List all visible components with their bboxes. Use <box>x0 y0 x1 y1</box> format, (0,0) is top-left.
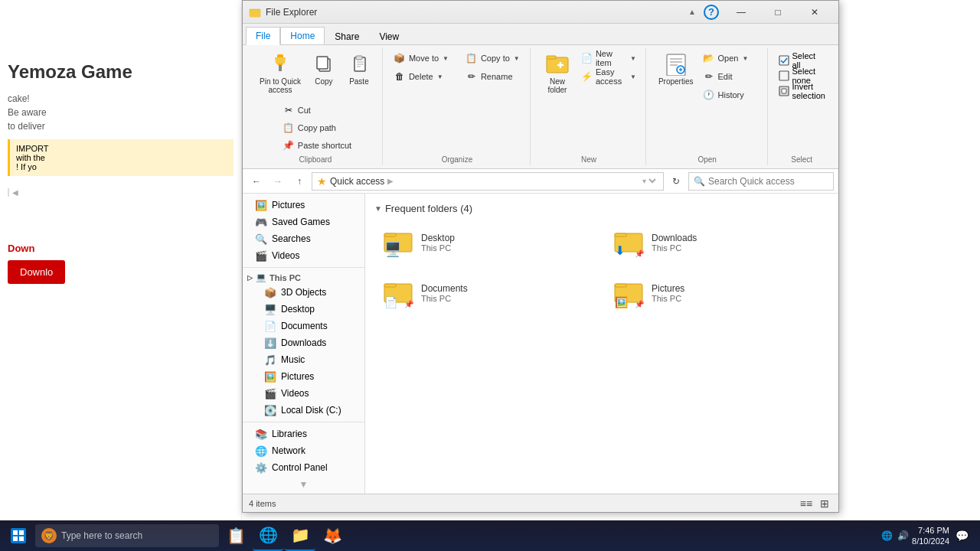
breadcrumb-bar[interactable]: ★ Quick access ▶ ▾ <box>312 172 664 191</box>
back-btn[interactable]: ← <box>247 172 266 191</box>
edit-icon: ✏ <box>703 70 715 83</box>
taskbar-firefox[interactable]: 🦊 <box>317 520 348 551</box>
explorer-addressbar: ← → ↑ ★ Quick access ▶ ▾ ↻ 🔍 <box>243 169 838 194</box>
copy-to-btn[interactable]: 📋 Copy to ▼ <box>462 50 524 67</box>
sidebar-item-control-panel[interactable]: ⚙️ Control Panel <box>243 459 364 476</box>
refresh-btn[interactable]: ↻ <box>667 172 685 191</box>
downloads-pin-icon: 📌 <box>635 249 644 258</box>
history-btn[interactable]: 🕐 History <box>700 86 761 103</box>
taskbar-clock[interactable]: 7:46 PM 8/10/2024 <box>912 525 949 547</box>
sidebar-label-saved-games: Saved Games <box>272 217 330 227</box>
paste-btn[interactable]: Paste <box>342 48 376 89</box>
copy-btn[interactable]: Copy <box>307 48 341 89</box>
ribbon-group-clipboard: Pin to Quickaccess Copy <box>249 48 383 165</box>
section-header[interactable]: ▼ Frequent folders (4) <box>374 200 829 220</box>
move-to-btn[interactable]: 📦 Move to ▼ <box>390 50 459 67</box>
taskbar: 🦁 Type here to search 📋 🌐 📁 🦊 🌐 🔊 7:46 P… <box>0 520 980 551</box>
ribbon-collapse-btn[interactable]: ▲ <box>685 5 699 19</box>
sidebar-item-videos-top[interactable]: 🎬 Videos <box>243 247 364 264</box>
taskbar-search[interactable]: 🦁 Type here to search <box>35 524 219 547</box>
sidebar-item-videos[interactable]: 🎬 Videos <box>243 385 364 402</box>
properties-btn[interactable]: Properties <box>654 48 698 89</box>
ribbon-tab-share[interactable]: Share <box>325 28 369 45</box>
sidebar-item-local-disk[interactable]: 💽 Local Disk (C:) <box>243 402 364 419</box>
sidebar-item-music[interactable]: 🎵 Music <box>243 351 364 368</box>
ribbon-tab-home[interactable]: Home <box>280 27 325 45</box>
breadcrumb-dropdown[interactable]: ▾ <box>639 176 658 186</box>
sidebar-item-searches[interactable]: 🔍 Searches <box>243 230 364 247</box>
search-bar[interactable]: 🔍 <box>688 172 834 191</box>
grid-view-btn[interactable]: ⊞ <box>817 496 832 511</box>
cut-label: Cut <box>298 106 311 115</box>
folder-item-desktop[interactable]: 🖥️ Desktop This PC <box>374 220 599 265</box>
notification-btn[interactable]: 💬 <box>952 527 971 545</box>
minimize-btn[interactable]: — <box>724 1 759 24</box>
open-group-label: Open <box>697 154 716 165</box>
sidebar-item-downloads[interactable]: ⬇️ Downloads <box>243 334 364 351</box>
delete-label: Delete <box>409 72 433 81</box>
ribbon-group-organize: 📦 Move to ▼ 🗑 Delete ▼ 📋 <box>384 48 531 165</box>
select-all-btn[interactable]: Select all <box>776 53 828 68</box>
file-explorer-window: File Explorer ▲ ? — □ ✕ File Home Share … <box>242 0 839 513</box>
open-btn[interactable]: 📂 Open ▼ <box>700 50 761 67</box>
cut-btn[interactable]: ✂ Cut <box>279 102 354 119</box>
easy-access-label: Easy access <box>596 67 626 86</box>
blog-import-label: IMPORT <box>16 144 227 153</box>
paste-shortcut-label: Paste shortcut <box>298 141 351 150</box>
sidebar-item-pictures[interactable]: 🖼️ Pictures <box>243 368 364 385</box>
svg-rect-2 <box>250 11 260 17</box>
forward-btn[interactable]: → <box>269 172 287 191</box>
invert-selection-btn[interactable]: Invert selection <box>776 83 828 99</box>
sidebar-item-desktop[interactable]: 🖥️ Desktop <box>243 301 364 318</box>
taskbar-task-view[interactable]: 📋 <box>220 520 251 551</box>
close-btn[interactable]: ✕ <box>797 1 832 24</box>
sidebar-item-pictures-top[interactable]: 🖼️ Pictures <box>243 197 364 214</box>
rename-btn[interactable]: ✏ Rename <box>462 68 524 85</box>
sidebar-item-network[interactable]: 🌐 Network <box>243 442 364 459</box>
select-none-btn[interactable]: Select none <box>776 68 828 83</box>
delete-btn[interactable]: 🗑 Delete ▼ <box>390 68 459 85</box>
open-arrow: ▼ <box>742 55 748 62</box>
svg-rect-39 <box>19 536 24 541</box>
up-btn[interactable]: ↑ <box>290 172 309 191</box>
this-pc-header[interactable]: ▷ 💻 This PC <box>243 271 364 284</box>
network-icon: 🌐 <box>255 445 267 457</box>
new-folder-btn[interactable]: Newfolder <box>538 48 577 97</box>
paste-shortcut-btn[interactable]: 📌 Paste shortcut <box>279 137 354 154</box>
folder-item-documents[interactable]: 📄 📌 Documents This PC <box>374 271 599 315</box>
folder-item-pictures[interactable]: 🖼️ 📌 Pictures This PC <box>605 271 829 315</box>
sidebar-item-documents[interactable]: 📄 Documents <box>243 318 364 334</box>
delete-arrow: ▼ <box>437 73 443 80</box>
list-view-btn[interactable]: ≡≡ <box>799 496 814 511</box>
taskbar-file-explorer[interactable]: 📁 <box>285 520 315 551</box>
edit-btn[interactable]: ✏ Edit <box>700 68 761 85</box>
blog-download-btn[interactable]: Downlo <box>8 260 65 284</box>
volume-sys-icon: 🔊 <box>897 530 909 541</box>
history-icon: 🕐 <box>703 89 715 101</box>
blog-important: IMPORT with the ! If yo <box>8 139 234 176</box>
svg-rect-37 <box>19 530 24 535</box>
folder-item-downloads[interactable]: ⬇ 📌 Downloads This PC <box>605 220 829 265</box>
ribbon-tab-file[interactable]: File <box>246 27 280 45</box>
svg-rect-7 <box>317 57 328 69</box>
pin-to-quick-btn[interactable]: Pin to Quickaccess <box>255 48 305 97</box>
ribbon-tab-view[interactable]: View <box>369 28 409 45</box>
easy-access-btn[interactable]: ⚡ Easy access ▼ <box>578 68 639 85</box>
sidebar-item-libraries[interactable]: 📚 Libraries <box>243 425 364 442</box>
downloads-folder-info: Downloads This PC <box>652 233 697 253</box>
sidebar-item-saved-games[interactable]: 🎮 Saved Games <box>243 214 364 230</box>
new-item-btn[interactable]: 📄 New item ▼ <box>578 50 639 67</box>
start-btn[interactable] <box>3 520 34 551</box>
copy-path-btn[interactable]: 📋 Copy path <box>279 119 354 136</box>
sidebar-label-pictures-top: Pictures <box>272 200 305 210</box>
scissors-icon: ✂ <box>283 104 295 116</box>
search-input[interactable] <box>708 176 828 187</box>
help-btn[interactable]: ? <box>704 5 719 20</box>
sidebar-item-3d-objects[interactable]: 📦 3D Objects <box>243 284 364 301</box>
ribbon-group-open: Properties 📂 Open ▼ ✏ Edit � <box>648 48 768 165</box>
taskbar-edge[interactable]: 🌐 <box>253 520 283 551</box>
pictures-folder-info: Pictures This PC <box>652 283 684 303</box>
copy-path-icon: 📋 <box>283 122 295 134</box>
sidebar-label-control-panel: Control Panel <box>272 462 328 473</box>
maximize-btn[interactable]: □ <box>760 1 795 24</box>
